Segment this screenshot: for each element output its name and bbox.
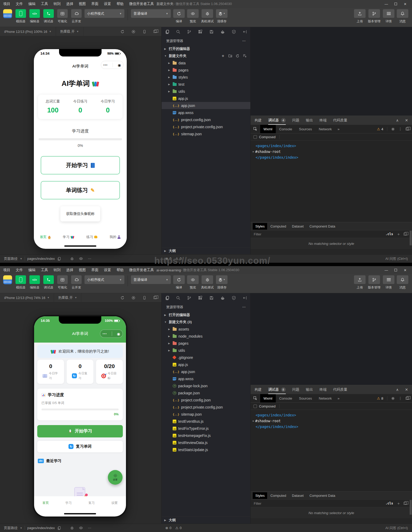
- debugger-tab[interactable]: 构建: [255, 116, 262, 125]
- clear-cache-button[interactable]: ▼清缓存: [216, 9, 228, 24]
- start-learning-button[interactable]: 开始学习: [41, 156, 120, 174]
- debugger-tab[interactable]: 终端: [320, 385, 327, 394]
- devtools-tab[interactable]: Network: [315, 394, 335, 402]
- new-style-rule-icon[interactable]: ＋: [397, 232, 400, 237]
- files-icon[interactable]: [165, 30, 169, 34]
- collapse-panel-icon[interactable]: ∧: [396, 388, 399, 392]
- filter-input[interactable]: Filter: [254, 502, 261, 505]
- get-wechat-avatar-button[interactable]: 获取微信头像昵称: [60, 206, 100, 221]
- tab-item[interactable]: 首页: [34, 235, 57, 239]
- kebab-menu-icon[interactable]: ⋮: [399, 127, 402, 131]
- compile-button[interactable]: 编译: [173, 275, 185, 290]
- docker-icon[interactable]: [220, 30, 225, 34]
- more-tabs-icon[interactable]: »: [335, 396, 342, 400]
- compile-button[interactable]: 编译: [173, 9, 185, 24]
- version-control-button[interactable]: 版本管理: [368, 9, 381, 24]
- menu-item[interactable]: 帮助: [117, 268, 124, 272]
- upload-button[interactable]: 上传: [354, 9, 366, 24]
- more-tabs-icon[interactable]: »: [335, 127, 342, 131]
- more-actions-icon[interactable]: ⋯: [242, 305, 246, 309]
- wxml-tree[interactable]: <pages/index/index> ▶#shadow-root </page…: [251, 410, 412, 491]
- file-tree-row[interactable]: ▶ project.private.config.json: [162, 123, 250, 130]
- clear-cache-button[interactable]: ▼清缓存: [216, 275, 228, 290]
- menu-item[interactable]: 文件: [16, 2, 23, 6]
- file-tree-row[interactable]: ▶ testFixTypeError.js: [162, 425, 250, 432]
- maximize-icon[interactable]: [391, 266, 400, 274]
- debugger-tab[interactable]: 构建: [255, 385, 262, 394]
- device-debug-button[interactable]: 真机调试: [201, 275, 214, 290]
- file-tree-row[interactable]: ▶ utils: [162, 347, 250, 354]
- warnings-icon[interactable]: ⚠: [175, 526, 178, 530]
- file-tree-row[interactable]: ▶ node_modules: [162, 333, 250, 340]
- minimize-icon[interactable]: —: [382, 266, 391, 274]
- refresh-icon[interactable]: [120, 30, 124, 34]
- file-tree-row[interactable]: ▶ test: [162, 81, 250, 88]
- security-shield-icon[interactable]: [232, 30, 236, 34]
- messages-button[interactable]: 消息: [397, 275, 408, 290]
- bug-icon[interactable]: [70, 526, 74, 530]
- rotate-device-icon[interactable]: [142, 296, 146, 300]
- devtools-tab[interactable]: Sources: [295, 125, 315, 133]
- devtools-tab[interactable]: Sources: [295, 394, 315, 402]
- compile-mode-select[interactable]: 普通编译▼: [131, 275, 171, 284]
- debugger-tab[interactable]: 代码质量: [333, 385, 347, 394]
- devtools-tab[interactable]: Console: [276, 125, 296, 133]
- close-icon[interactable]: ✕: [400, 266, 410, 274]
- mode-select[interactable]: 小程序模式▼: [84, 9, 124, 18]
- wxml-open-tag[interactable]: <pages/index/index>: [256, 412, 410, 418]
- file-tree-row[interactable]: ▶ app.js: [162, 95, 250, 102]
- warning-counter[interactable]: ⚠ 4: [377, 127, 383, 131]
- menu-item[interactable]: 文件: [16, 268, 23, 272]
- mode-select[interactable]: 小程序模式▼: [84, 275, 124, 284]
- menu-item[interactable]: 帮助: [117, 2, 124, 6]
- file-tree-row[interactable]: ▶ assets: [162, 326, 250, 333]
- debugger-tab[interactable]: 调试器 4: [268, 116, 286, 125]
- devtools-tab[interactable]: Network: [315, 125, 335, 133]
- tab-item[interactable]: 设置: [103, 501, 126, 516]
- preview-button[interactable]: 预览: [187, 9, 199, 24]
- root-folder-section[interactable]: ▼新建文件夹 ＋: [162, 52, 250, 59]
- details-button[interactable]: 详情: [383, 275, 394, 290]
- menu-item[interactable]: 编辑: [28, 2, 35, 6]
- search-icon[interactable]: [176, 30, 180, 34]
- ai-assistant-button[interactable]: AI 问答 (Ctrl+I): [385, 256, 408, 261]
- maximize-icon[interactable]: [391, 0, 400, 8]
- version-control-button[interactable]: 版本管理: [368, 275, 381, 290]
- menu-item[interactable]: 界面: [91, 2, 98, 6]
- outline-section[interactable]: ▶大纲: [162, 516, 250, 524]
- source-control-icon[interactable]: [187, 296, 191, 300]
- menu-item[interactable]: 视图: [79, 268, 86, 272]
- file-tree-row[interactable]: ▶ project.config.json: [162, 396, 250, 404]
- open-editors-section[interactable]: ▶打开的编辑器: [162, 45, 250, 52]
- tab-item[interactable]: 首页: [34, 501, 57, 516]
- menu-item[interactable]: 视图: [79, 2, 86, 6]
- collapse-all-icon[interactable]: [243, 54, 247, 58]
- new-folder-icon[interactable]: [228, 54, 232, 58]
- rotate-device-icon[interactable]: [142, 30, 146, 34]
- more-menu-icon[interactable]: •••: [103, 64, 108, 66]
- review-words-button[interactable]: 复习单词: [37, 441, 123, 452]
- multi-window-icon[interactable]: [154, 296, 157, 299]
- close-panel-icon[interactable]: ✕: [405, 388, 408, 392]
- styles-tab[interactable]: Styles: [253, 492, 267, 499]
- collapse-sidebar-icon[interactable]: [243, 30, 247, 34]
- warning-counter[interactable]: ⚠ 8: [377, 396, 383, 400]
- debugger-tab[interactable]: 终端: [320, 116, 327, 125]
- hot-reload-toggle[interactable]: 热重载 开▼: [56, 27, 83, 36]
- composed-checkbox[interactable]: [253, 135, 257, 139]
- devtools-tab[interactable]: Wxml: [260, 125, 276, 133]
- shadow-root-node[interactable]: ▶#shadow-root: [253, 149, 410, 154]
- debugger-button[interactable]: 调试器: [43, 275, 54, 290]
- refresh-explorer-icon[interactable]: [236, 54, 239, 58]
- simulator-button[interactable]: 模拟器: [15, 275, 27, 290]
- debugger-tab[interactable]: 问题: [292, 385, 299, 394]
- tab-item[interactable]: 学习: [57, 235, 81, 239]
- menu-item[interactable]: 转到: [54, 268, 61, 272]
- settings-fab[interactable]: 设置: [108, 470, 123, 485]
- kebab-menu-icon[interactable]: ⋮: [399, 396, 402, 400]
- preview-button[interactable]: 预览: [187, 275, 199, 290]
- file-tree-row[interactable]: ▶ .gitignore: [162, 354, 250, 361]
- new-file-icon[interactable]: ＋: [221, 53, 225, 58]
- minimize-icon[interactable]: —: [382, 0, 391, 8]
- debugger-tab[interactable]: 调试器 8: [268, 385, 286, 394]
